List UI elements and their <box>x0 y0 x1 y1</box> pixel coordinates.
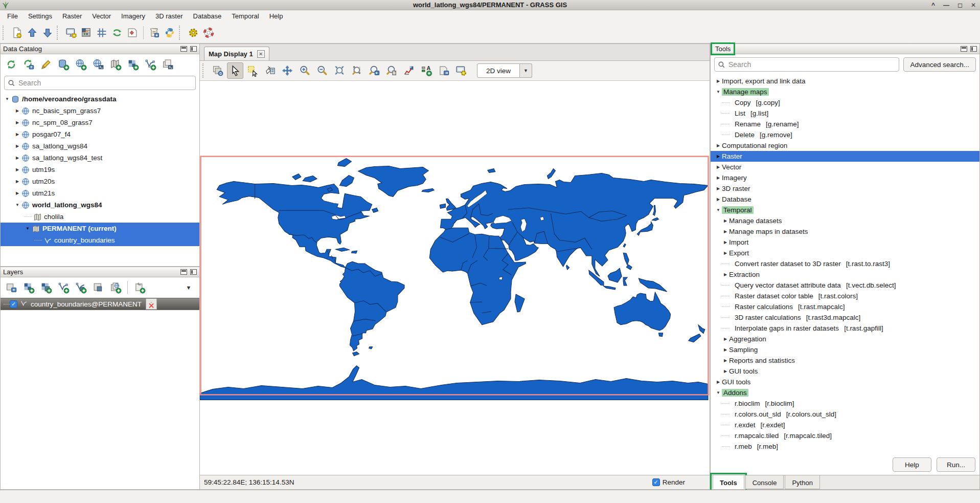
chevron-right-icon[interactable]: ▶ <box>715 186 722 191</box>
tools-tree-item[interactable]: Query vector dataset attribute data[t.ve… <box>711 280 979 291</box>
shade-window-button[interactable]: ^ <box>931 0 935 10</box>
catalog-tree-item[interactable]: ▶nc_basic_spm_grass7 <box>1 105 199 117</box>
tools-tree-item[interactable]: ▶Import, export and link data <box>711 76 979 86</box>
chevron-right-icon[interactable]: ▶ <box>715 154 722 159</box>
tools-tree-item[interactable]: Rename[g.rename] <box>711 119 979 129</box>
chevron-right-icon[interactable]: ▶ <box>715 197 722 202</box>
toolbar-grip[interactable] <box>3 26 7 40</box>
tools-tree-item[interactable]: ▶Imagery <box>711 172 979 183</box>
tools-tree-item[interactable]: ▶Manage maps in datasets <box>711 226 979 237</box>
tools-tree-item[interactable]: r.meb[r.meb] <box>711 441 979 452</box>
add-map-elements-button[interactable]: A <box>418 62 435 79</box>
catalog-tree-item[interactable]: ▶posgar07_f4 <box>1 128 199 140</box>
chevron-right-icon[interactable]: ▶ <box>715 380 722 384</box>
add-grassdb-button[interactable] <box>55 56 72 73</box>
chevron-right-icon[interactable]: ▶ <box>715 176 722 180</box>
add-location-button[interactable] <box>72 56 89 73</box>
select-features-button[interactable] <box>244 62 261 79</box>
tools-tree-item[interactable]: ▶Reports and statistics <box>711 355 979 366</box>
tools-tree-item[interactable]: ▶Manage datasets <box>711 215 979 226</box>
detach-panel-icon[interactable] <box>180 46 187 52</box>
chevron-right-icon[interactable]: ▶ <box>715 143 722 148</box>
catalog-tree-item[interactable]: cholila <box>1 211 199 223</box>
tools-tree-item[interactable]: r.colors.out_sld[r.colors.out_sld] <box>711 409 979 420</box>
layer-row[interactable]: ✓ country_boundaries@PERMANENT ▫❌ <box>1 298 199 310</box>
help-button[interactable] <box>201 25 216 40</box>
chevron-right-icon[interactable]: ▶ <box>14 108 21 113</box>
pointer-button[interactable] <box>227 62 243 79</box>
query-button[interactable] <box>262 62 278 79</box>
float-panel-icon[interactable] <box>970 46 977 52</box>
import-raster-button[interactable] <box>124 56 142 73</box>
add-overlay-button[interactable] <box>131 279 148 296</box>
tools-tree-item[interactable]: List[g.list] <box>711 108 979 119</box>
add-various-vector-layers-button[interactable] <box>72 279 89 296</box>
layer-visibility-checkbox[interactable]: ✓ <box>10 300 17 308</box>
create-location-cmd-button[interactable] <box>89 56 107 73</box>
catalog-tree-item[interactable]: ▶utm19s <box>1 164 199 176</box>
tab-python[interactable]: Python <box>785 475 819 489</box>
catalog-search-input[interactable] <box>18 79 192 87</box>
edit-button[interactable] <box>37 56 55 73</box>
chevron-right-icon[interactable]: ▶ <box>715 165 722 169</box>
reload-tree-button[interactable] <box>3 56 20 73</box>
chevron-right-icon[interactable]: ▶ <box>722 347 729 352</box>
python-console-button[interactable] <box>162 25 177 40</box>
add-command-layer-button[interactable] <box>89 279 107 296</box>
raster-calculator-button[interactable] <box>79 25 94 40</box>
maximize-window-button[interactable]: ◻ <box>958 0 963 10</box>
tools-search-input[interactable] <box>728 60 896 69</box>
tools-tree-item[interactable]: Delete[g.remove] <box>711 129 979 140</box>
catalog-tree-item[interactable]: ▶sa_latlong_wgs84 <box>1 140 199 152</box>
tools-tree-item[interactable]: 3D raster calculations[t.rast3d.mapcalc] <box>711 312 979 323</box>
chevron-down-icon[interactable]: ▼ <box>715 390 722 395</box>
tools-tree-item[interactable]: ▶Extraction <box>711 269 979 280</box>
pan-button[interactable] <box>279 62 295 79</box>
view-mode-dropdown-icon[interactable]: ▼ <box>520 63 532 78</box>
chevron-right-icon[interactable]: ▶ <box>722 369 729 374</box>
tools-tree-item[interactable]: r.mapcalc.tiled[r.mapcalc.tiled] <box>711 430 979 441</box>
tools-tree-item[interactable]: Copy[g.copy] <box>711 97 979 108</box>
chevron-down-icon[interactable]: ▼ <box>715 90 722 94</box>
chevron-right-icon[interactable]: ▶ <box>722 229 729 234</box>
detach-panel-icon[interactable] <box>180 269 187 275</box>
layer-options-dropdown[interactable]: ▼ <box>180 279 197 296</box>
add-raster-layer-button[interactable] <box>20 279 37 296</box>
tool-run-button[interactable]: Run... <box>937 457 975 472</box>
tools-tree-item[interactable]: ▶Import <box>711 237 979 248</box>
tools-tree-item[interactable]: ▶Database <box>711 194 979 205</box>
menu-database[interactable]: Database <box>188 11 227 21</box>
catalog-tree-item[interactable]: ▼world_latlong_wgs84 <box>1 199 199 211</box>
tools-tree-item[interactable]: r.bioclim[r.bioclim] <box>711 398 979 409</box>
tools-tree-item[interactable]: Raster dataset color table[t.rast.colors… <box>711 291 979 301</box>
display-settings-button[interactable] <box>453 62 469 79</box>
add-group-button[interactable] <box>107 279 124 296</box>
chevron-down-icon[interactable]: ▼ <box>4 97 11 101</box>
chevron-right-icon[interactable]: ▶ <box>715 79 722 83</box>
toolbar-grip[interactable] <box>57 26 61 40</box>
chevron-right-icon[interactable]: ▶ <box>14 156 21 160</box>
menu-3d-raster[interactable]: 3D raster <box>150 11 188 21</box>
tools-tree-item[interactable]: ▶Export <box>711 248 979 258</box>
tools-tree-item[interactable]: ▶Raster <box>711 151 979 162</box>
catalog-tree-item[interactable]: ▶sa_latlong_wgs84_test <box>1 152 199 164</box>
catalog-tree-item[interactable]: ▶nc_spm_08_grass7 <box>1 117 199 128</box>
advanced-search-button[interactable]: Advanced search... <box>903 57 976 72</box>
add-various-raster-layers-button[interactable] <box>37 279 55 296</box>
toolbar-grip[interactable] <box>179 26 183 40</box>
save-display-button[interactable] <box>436 62 452 79</box>
catalog-tree-item[interactable]: country_boundaries <box>1 234 199 246</box>
chevron-right-icon[interactable]: ▶ <box>14 167 21 172</box>
tools-tree-item[interactable]: Convert raster dataset to 3D raster[t.ra… <box>711 258 979 269</box>
chevron-right-icon[interactable]: ▶ <box>722 358 729 363</box>
zoom-extent-button[interactable] <box>331 62 348 79</box>
tools-tree-item[interactable]: ▶Sampling <box>711 344 979 355</box>
tools-tree-item[interactable]: ▶Aggregation <box>711 334 979 344</box>
map-display-tab[interactable]: Map Display 1 ✕ <box>204 47 269 60</box>
tools-tree-item[interactable]: ▶3D raster <box>711 183 979 194</box>
chevron-right-icon[interactable]: ▶ <box>14 191 21 195</box>
zoom-in-button[interactable] <box>297 62 313 79</box>
tools-tree-item[interactable]: r.exdet[r.exdet] <box>711 420 979 430</box>
chevron-right-icon[interactable]: ▶ <box>722 251 729 255</box>
menu-vector[interactable]: Vector <box>87 11 116 21</box>
